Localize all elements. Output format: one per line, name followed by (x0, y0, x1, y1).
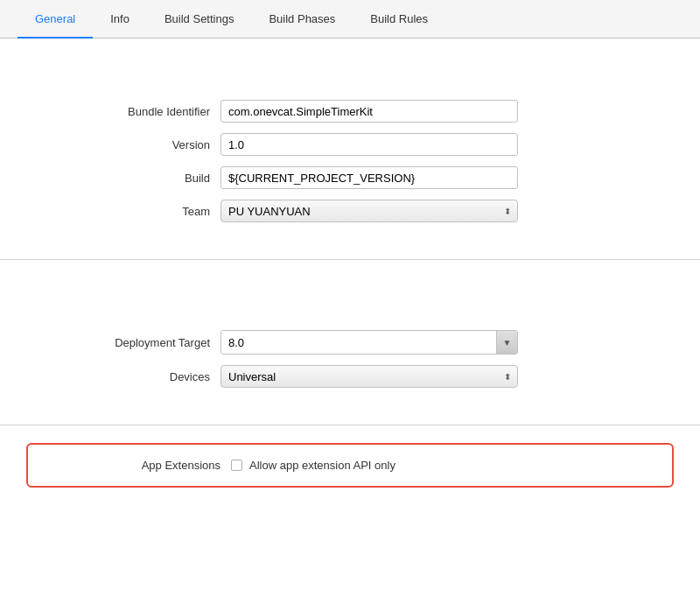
app-extensions-section: App Extensions Allow app extension API o… (26, 443, 674, 488)
devices-select[interactable]: Universal iPhone iPad (220, 365, 518, 388)
version-input[interactable] (220, 133, 518, 156)
tab-build-rules[interactable]: Build Rules (353, 0, 445, 38)
main-content: Bundle Identifier Version Build Team PU … (0, 39, 700, 523)
devices-select-wrapper: Universal iPhone iPad (220, 365, 518, 388)
tab-bar: General Info Build Settings Build Phases… (0, 0, 700, 39)
tab-info[interactable]: Info (93, 0, 147, 38)
tab-general[interactable]: General (18, 0, 93, 38)
allow-api-only-label: Allow app extension API only (249, 459, 396, 472)
app-extensions-label: App Extensions (46, 459, 220, 472)
version-row: Version (0, 133, 700, 156)
deployment-target-row: Deployment Target 8.0 7.0 7.1 8.1 9.0 ▼ (0, 330, 700, 355)
deployment-target-select-wrapper: 8.0 7.0 7.1 8.1 9.0 ▼ (220, 330, 518, 355)
bundle-identifier-label: Bundle Identifier (35, 105, 210, 118)
tab-build-settings[interactable]: Build Settings (147, 0, 252, 38)
checkbox-container: Allow app extension API only (231, 459, 396, 472)
team-select[interactable]: PU YUANYUAN Add an Account... (220, 200, 518, 222)
bundle-identifier-input[interactable] (220, 100, 518, 123)
team-select-wrapper: PU YUANYUAN Add an Account... (220, 200, 518, 222)
build-input[interactable] (220, 166, 518, 189)
version-label: Version (35, 138, 210, 151)
team-row: Team PU YUANYUAN Add an Account... (0, 200, 700, 222)
identity-section: Bundle Identifier Version Build Team PU … (0, 56, 700, 260)
build-label: Build (35, 172, 210, 185)
team-label: Team (35, 205, 210, 218)
build-row: Build (0, 166, 700, 189)
bundle-identifier-row: Bundle Identifier (0, 100, 700, 123)
allow-api-only-checkbox[interactable] (231, 460, 242, 471)
devices-label: Devices (35, 370, 210, 383)
tab-build-phases[interactable]: Build Phases (251, 0, 353, 38)
deployment-target-label: Deployment Target (35, 336, 210, 349)
deployment-target-arrow-icon: ▼ (496, 331, 517, 354)
deployment-target-select[interactable]: 8.0 7.0 7.1 8.1 9.0 (221, 331, 496, 354)
devices-row: Devices Universal iPhone iPad (0, 365, 700, 388)
deployment-section: Deployment Target 8.0 7.0 7.1 8.1 9.0 ▼ … (0, 260, 700, 425)
app-extensions-row: App Extensions Allow app extension API o… (46, 459, 654, 472)
